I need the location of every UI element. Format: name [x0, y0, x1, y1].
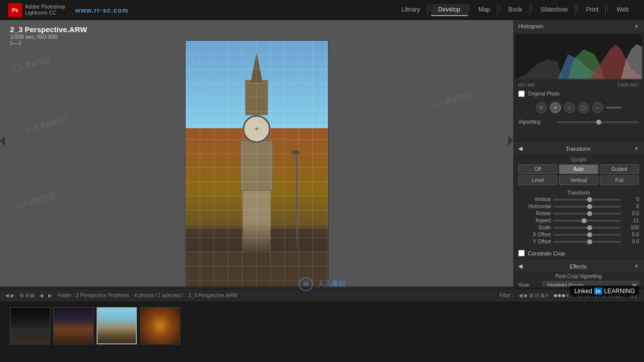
filmstrip-status-bar: ◀ ▶ ⊞ ⊟ ⊠ ◀ ▶ Folder : 2 Perspective Pro…	[0, 289, 644, 302]
vignetting-thumb[interactable]	[596, 120, 601, 125]
wm-1: 人人素材社区	[10, 55, 53, 74]
linkedin-learning-text: LEARNING	[604, 288, 635, 295]
nav-book[interactable]: Book	[501, 4, 529, 16]
y-offset-slider[interactable]	[553, 241, 621, 243]
aspect-label: Aspect	[518, 218, 551, 223]
tool-btn-2[interactable]: ●	[550, 102, 561, 113]
horizontal-slider[interactable]	[553, 206, 621, 208]
filter-label: Filter :	[500, 293, 514, 298]
filmstrip-photos	[0, 302, 644, 349]
filmstrip	[0, 302, 644, 362]
photo-exif: 1/200 sec, ISO 500	[10, 34, 87, 40]
nav-web[interactable]: Web	[610, 4, 636, 16]
photo-container: ⊕	[185, 40, 329, 292]
x-offset-slider[interactable]	[553, 234, 621, 236]
vignetting-label: Vignetting	[518, 119, 553, 125]
main-navigation: Library | Develop | Map | Book | Slidesh…	[394, 4, 636, 16]
selected-file[interactable]: 2_3 Perspective.ARW	[188, 293, 237, 298]
y-offset-value: 0.0	[623, 239, 639, 244]
tool-slider[interactable]	[606, 107, 621, 109]
constrain-crop-checkbox[interactable]	[518, 250, 525, 256]
rotate-thumb[interactable]	[587, 211, 592, 216]
photo-background: ⊕	[185, 40, 329, 292]
filmstrip-photo-1[interactable]	[10, 307, 50, 344]
filmstrip-nav-left[interactable]: ◀	[39, 293, 43, 298]
lamp-head	[292, 150, 300, 154]
post-crop-label: Post-Crop Vignetting	[518, 274, 639, 279]
horizontal-label: Horizontal	[518, 204, 551, 209]
nav-slideshow[interactable]: Slideshow	[533, 4, 576, 16]
nav-print[interactable]: Print	[579, 4, 606, 16]
tool-btn-3[interactable]: □	[564, 102, 575, 113]
original-photo-checkbox[interactable]	[518, 90, 525, 97]
aspect-slider[interactable]	[553, 220, 621, 222]
effects-collapse-arrow[interactable]: ▼	[634, 263, 639, 269]
filmstrip-photo-4-inner	[140, 308, 180, 344]
vignetting-slider[interactable]	[556, 121, 639, 123]
upright-auto-btn[interactable]: Auto	[559, 164, 598, 174]
filmstrip-photo-4[interactable]	[140, 307, 180, 344]
upright-full-btn[interactable]: Full	[600, 175, 639, 185]
scale-value: 100	[623, 225, 639, 230]
photo-count: 4 photos / 1 selected /	[134, 293, 184, 298]
upright-level-btn[interactable]: Level	[518, 175, 557, 185]
y-offset-thumb[interactable]	[587, 239, 592, 244]
original-photo-label: Original Photo	[528, 91, 559, 97]
upright-guided-btn[interactable]: Guided	[600, 164, 639, 174]
aspect-value: -11	[623, 218, 639, 223]
histogram-shutter: 1/200 SEC	[617, 82, 639, 87]
left-panel-collapse-arrow[interactable]	[0, 136, 5, 146]
upright-off-btn[interactable]: Off	[518, 164, 557, 174]
vertical-label: Vertical	[518, 197, 551, 202]
folder-icon: ◀ ▶	[5, 293, 15, 298]
nav-library[interactable]: Library	[394, 4, 428, 16]
rotate-label: Rotate	[518, 211, 551, 216]
x-offset-value: 0.0	[623, 232, 639, 237]
x-offset-label: X Offset	[518, 232, 551, 237]
transform-sliders-section: Transform Vertical 0 Horizontal 0 Rotate	[513, 188, 644, 248]
tool-btn-4[interactable]: ◯	[578, 102, 589, 113]
scale-slider[interactable]	[553, 227, 621, 229]
histogram-exif: ISO 500 1/200 SEC	[513, 81, 644, 88]
vertical-value: 0	[623, 197, 639, 202]
upright-bottom-buttons: Level Vertical Full	[518, 175, 639, 185]
vertical-row: Vertical 0	[518, 197, 639, 202]
x-offset-thumb[interactable]	[587, 232, 592, 237]
app-logo: Ps Adobe PhotoshopLightroom CC	[8, 3, 65, 17]
horizontal-thumb[interactable]	[587, 204, 592, 209]
tool-icons-row: ⊙ ● □ ◯ —	[513, 99, 644, 118]
panel-collapse-top-arrow[interactable]	[318, 20, 326, 24]
tool-btn-1[interactable]: ⊙	[536, 102, 547, 113]
tool-btn-5[interactable]: —	[592, 102, 603, 113]
filmstrip-photo-3[interactable]	[97, 307, 137, 344]
filmstrip-photo-2[interactable]	[53, 307, 94, 344]
transform-collapse-arrow[interactable]: ▼	[634, 146, 639, 151]
histogram-collapse[interactable]: ▼	[634, 24, 639, 29]
filter-arrows[interactable]: ◀ ▶ ⊞ ⊟ ⊠ ≡	[519, 293, 549, 298]
effects-title: Effects	[570, 263, 586, 269]
scale-label: Scale	[518, 225, 551, 230]
right-panel-collapse-arrow[interactable]	[508, 136, 513, 146]
upright-vertical-btn[interactable]: Vertical	[559, 175, 598, 185]
histogram-spacer	[513, 126, 644, 141]
photo-dashes: (----)	[10, 40, 87, 46]
constrain-crop-row: Constrain Crop	[513, 248, 644, 258]
rotate-slider[interactable]	[553, 213, 621, 215]
transform-sliders-label: Transform	[518, 190, 639, 196]
clock-face: ⊕	[243, 115, 271, 143]
vertical-thumb[interactable]	[587, 197, 592, 202]
scale-thumb[interactable]	[587, 225, 592, 230]
nav-map[interactable]: Map	[471, 4, 498, 16]
spire	[251, 52, 263, 82]
right-panel: Histogram ▼ ISO 500 1/200 SEC	[513, 20, 644, 302]
vertical-slider[interactable]	[553, 199, 621, 201]
histogram-area	[515, 34, 642, 79]
nav-develop[interactable]: Develop	[431, 4, 468, 16]
upright-section: Upright Off Auto Guided Level Vertical F…	[513, 154, 644, 188]
aspect-thumb[interactable]	[582, 218, 587, 223]
dot-1	[554, 294, 557, 297]
filmstrip-nav-right[interactable]: ▶	[48, 293, 52, 298]
linkedin-in-icon: in	[594, 288, 602, 295]
vignetting-row: Vignetting	[513, 118, 644, 126]
x-offset-row: X Offset 0.0	[518, 232, 639, 237]
